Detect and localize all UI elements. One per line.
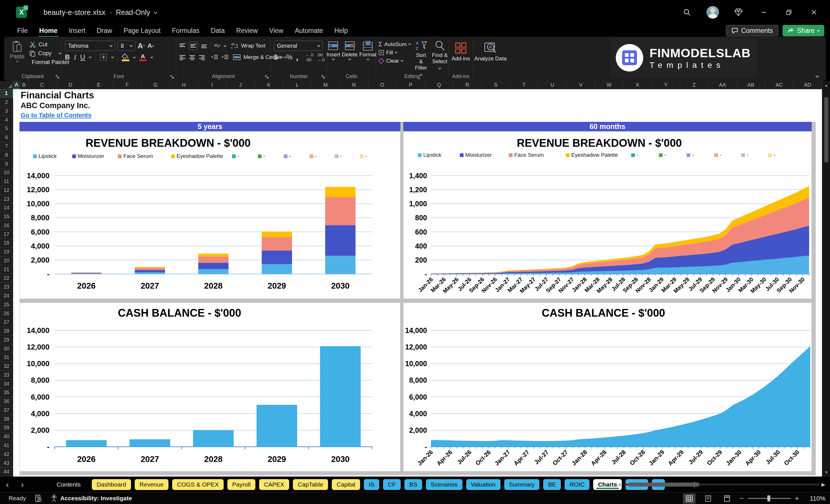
readonly-badge[interactable]: Read-Only [116, 8, 150, 17]
row-header-22[interactable]: 22 [0, 274, 13, 283]
row-header-28[interactable]: 28 [0, 327, 13, 336]
menu-tab-draw[interactable]: Draw [91, 26, 118, 36]
vertical-scroll-thumb[interactable] [824, 97, 828, 163]
italic-button[interactable]: I [74, 54, 76, 61]
increase-decimal-button[interactable]: ←.0.00 [306, 52, 314, 62]
row-header-19[interactable]: 19 [0, 248, 13, 257]
menu-tab-insert[interactable]: Insert [63, 26, 91, 36]
menu-tab-view[interactable]: View [263, 26, 289, 36]
row-header-41[interactable]: 41 [0, 441, 13, 450]
font-name-select[interactable]: Tahoma [65, 41, 115, 51]
row-header-3[interactable]: 3 [0, 107, 13, 116]
row-header-38[interactable]: 38 [0, 415, 13, 423]
row-header-16[interactable]: 16 [0, 221, 13, 230]
column-header-Y[interactable]: Y [652, 81, 680, 89]
sheet-tab-revenue[interactable]: Revenue [135, 479, 168, 490]
column-header-A[interactable]: A [13, 81, 20, 89]
menu-tab-file[interactable]: File [11, 26, 33, 36]
column-header-S[interactable]: S [482, 81, 510, 89]
row-header-8[interactable]: 8 [0, 151, 13, 160]
row-header-25[interactable]: 25 [0, 300, 13, 309]
sheet-tab-cogs-opex[interactable]: COGS & OPEX [172, 479, 224, 490]
column-header-AA[interactable]: AA [708, 81, 737, 89]
column-header-B[interactable]: B [20, 81, 28, 89]
row-header-37[interactable]: 37 [0, 406, 13, 415]
orientation-button[interactable]: ab [214, 42, 221, 49]
column-header-G[interactable]: G [141, 81, 170, 89]
row-header-44[interactable]: 44 [0, 468, 13, 476]
sheet-tab-captable[interactable]: CapTable [293, 479, 328, 490]
row-header-26[interactable]: 26 [0, 309, 13, 318]
sheet-nav-next-icon[interactable]: › [15, 480, 30, 490]
horizontal-scrollbar[interactable]: ◀ ▶ [615, 480, 827, 489]
menu-tab-automate[interactable]: Automate [289, 26, 329, 36]
column-header-AB[interactable]: AB [737, 81, 765, 89]
vertical-scrollbar[interactable]: ▲ ▼ [822, 81, 830, 476]
restore-button[interactable] [783, 7, 795, 18]
row-header-29[interactable]: 29 [0, 336, 13, 344]
row-header-43[interactable]: 43 [0, 459, 13, 468]
zoom-slider[interactable] [748, 498, 791, 499]
macro-record-icon[interactable] [35, 495, 42, 502]
zoom-slider-thumb[interactable] [767, 496, 770, 501]
underline-chevron-icon[interactable] [89, 56, 92, 58]
row-header-40[interactable]: 40 [0, 433, 13, 441]
row-header-27[interactable]: 27 [0, 318, 13, 327]
underline-button[interactable]: U [80, 53, 85, 61]
revenue-breakdown-5y-chart[interactable]: -2,0004,0006,0008,00010,00012,00014,0002… [20, 132, 401, 299]
column-header-U[interactable]: U [538, 81, 567, 89]
row-header-15[interactable]: 15 [0, 213, 13, 221]
column-header-R[interactable]: R [453, 81, 482, 89]
page-layout-view-button[interactable] [702, 494, 714, 504]
number-dialog-launcher[interactable] [321, 75, 325, 79]
font-color-chevron-icon[interactable] [150, 56, 153, 58]
paste-button[interactable]: Paste [8, 41, 26, 62]
cash-balance-60m-chart[interactable]: -2,0004,0006,0008,00010,00012,00014,000J… [403, 303, 812, 471]
clipboard-dialog-launcher[interactable] [56, 75, 60, 79]
sheet-tab-capital[interactable]: Capital [332, 479, 360, 490]
row-header-10[interactable]: 10 [0, 168, 13, 177]
minimize-button[interactable] [758, 7, 769, 18]
row-header-7[interactable]: 7 [0, 142, 13, 151]
revenue-breakdown-60m-chart[interactable]: -2004006008001,0001,2001,400Jan-26Mar-26… [403, 132, 812, 299]
row-header-13[interactable]: 13 [0, 195, 13, 204]
sheet-tab-bs[interactable]: BS [405, 479, 422, 490]
sheet-tab-payroll[interactable]: Payroll [227, 479, 255, 490]
font-color-button[interactable]: A [139, 53, 147, 61]
row-header-12[interactable]: 12 [0, 186, 13, 195]
column-header-P[interactable]: P [397, 81, 425, 89]
column-header-H[interactable]: H [170, 81, 198, 89]
user-avatar[interactable] [706, 6, 719, 19]
row-header-2[interactable]: 2 [0, 98, 13, 107]
select-all-corner[interactable] [0, 81, 13, 89]
sheet-tab-summary[interactable]: Summary [504, 479, 540, 490]
decrease-indent-button[interactable] [211, 54, 219, 60]
fill-color-button[interactable] [122, 54, 129, 61]
sheet-tab-contents[interactable]: Contents [49, 479, 88, 490]
column-header-V[interactable]: V [567, 81, 595, 89]
row-header-4[interactable]: 4 [0, 116, 13, 124]
row-header-24[interactable]: 24 [0, 292, 13, 301]
collapse-ribbon-chevron-icon[interactable] [816, 74, 819, 78]
row-header-23[interactable]: 23 [0, 283, 13, 292]
row-header-6[interactable]: 6 [0, 133, 13, 142]
bold-button[interactable]: B [65, 53, 70, 61]
copy-button[interactable]: Copy [29, 49, 61, 58]
column-header-M[interactable]: M [312, 81, 340, 89]
column-header-D[interactable]: D [56, 81, 85, 89]
increase-font-size-button[interactable]: A^ [137, 41, 145, 50]
column-header-Q[interactable]: Q [425, 81, 453, 89]
row-header-39[interactable]: 39 [0, 423, 13, 433]
close-button[interactable] [808, 7, 820, 18]
sheet-tab-valuation[interactable]: Valuation [466, 479, 501, 490]
align-middle-button[interactable] [189, 41, 198, 50]
decrease-font-size-button[interactable]: Av [147, 42, 154, 50]
row-header-42[interactable]: 42 [0, 450, 13, 459]
menu-tab-help[interactable]: Help [329, 26, 353, 36]
scroll-up-icon[interactable]: ▲ [822, 82, 830, 89]
accessibility-status[interactable]: Accessibility: Investigate [51, 495, 132, 502]
insert-cells-button[interactable]: Insert [327, 41, 340, 60]
find-select-button[interactable]: Find & Select [431, 40, 448, 77]
menu-tab-formulas[interactable]: Formulas [166, 26, 205, 36]
font-dialog-launcher[interactable] [170, 75, 174, 79]
